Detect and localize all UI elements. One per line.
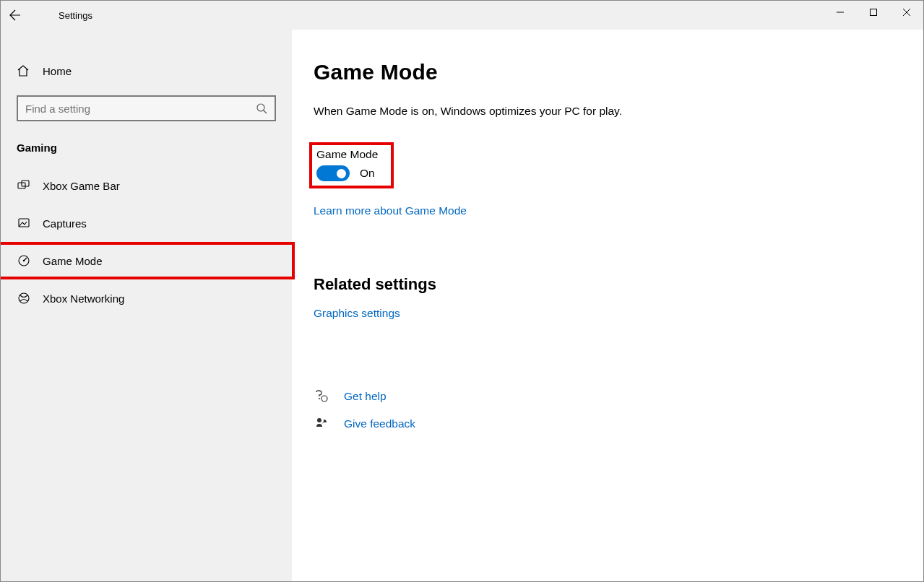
captures-icon bbox=[17, 217, 31, 230]
svg-point-6 bbox=[23, 260, 25, 261]
toggle-row: On bbox=[316, 165, 378, 181]
game-mode-toggle-block: Game Mode On bbox=[309, 142, 394, 188]
arrow-left-icon bbox=[9, 9, 21, 21]
window-controls bbox=[824, 1, 923, 24]
home-icon bbox=[17, 64, 31, 77]
sidebar-item-label: Captures bbox=[43, 217, 87, 230]
sidebar-home[interactable]: Home bbox=[1, 55, 292, 87]
minimize-icon bbox=[836, 8, 845, 17]
sidebar-item-label: Game Mode bbox=[43, 255, 103, 267]
sidebar-item-captures[interactable]: Captures bbox=[1, 204, 292, 242]
svg-point-1 bbox=[257, 104, 264, 111]
learn-more-link[interactable]: Learn more about Game Mode bbox=[314, 204, 467, 217]
search-box[interactable] bbox=[17, 95, 276, 121]
sidebar: Home Gaming Xbox Game Bar Captures bbox=[1, 30, 292, 581]
toggle-label: Game Mode bbox=[316, 148, 378, 161]
speedometer-icon bbox=[17, 254, 31, 267]
get-help-link[interactable]: Get help bbox=[344, 390, 387, 403]
sidebar-item-label: Xbox Networking bbox=[43, 292, 124, 305]
window-title: Settings bbox=[59, 10, 92, 21]
sidebar-item-game-mode[interactable]: Game Mode bbox=[1, 242, 295, 279]
maximize-button[interactable] bbox=[857, 1, 890, 24]
svg-rect-0 bbox=[871, 9, 877, 16]
related-settings-title: Related settings bbox=[314, 275, 923, 294]
help-icon bbox=[314, 389, 329, 404]
svg-point-10 bbox=[317, 418, 321, 422]
toggle-knob bbox=[337, 169, 346, 178]
xbox-icon bbox=[17, 292, 31, 305]
search-input[interactable] bbox=[18, 103, 249, 115]
search-icon bbox=[249, 103, 275, 114]
feedback-icon bbox=[314, 417, 329, 431]
svg-point-9 bbox=[321, 396, 327, 401]
page-title: Game Mode bbox=[314, 60, 923, 84]
back-button[interactable] bbox=[1, 1, 30, 30]
get-help-row: Get help bbox=[314, 389, 923, 404]
sidebar-item-xbox-game-bar[interactable]: Xbox Game Bar bbox=[1, 167, 292, 204]
close-button[interactable] bbox=[890, 1, 923, 24]
svg-point-7 bbox=[19, 293, 29, 303]
maximize-icon bbox=[869, 8, 878, 17]
toggle-state: On bbox=[360, 167, 375, 180]
svg-point-8 bbox=[319, 398, 320, 399]
sidebar-item-label: Xbox Game Bar bbox=[43, 180, 120, 192]
give-feedback-link[interactable]: Give feedback bbox=[344, 417, 415, 430]
main-panel: Game Mode When Game Mode is on, Windows … bbox=[292, 30, 923, 581]
minimize-button[interactable] bbox=[824, 1, 857, 24]
page-description: When Game Mode is on, Windows optimizes … bbox=[314, 105, 923, 118]
sidebar-item-xbox-networking[interactable]: Xbox Networking bbox=[1, 279, 292, 317]
svg-rect-4 bbox=[19, 219, 29, 227]
game-mode-toggle[interactable] bbox=[316, 165, 350, 181]
game-bar-icon bbox=[17, 179, 31, 192]
content: Home Gaming Xbox Game Bar Captures bbox=[1, 30, 923, 581]
titlebar: Settings bbox=[1, 1, 923, 30]
graphics-settings-link[interactable]: Graphics settings bbox=[314, 307, 400, 320]
close-icon bbox=[902, 8, 911, 17]
sidebar-category: Gaming bbox=[1, 121, 292, 167]
give-feedback-row: Give feedback bbox=[314, 417, 923, 431]
search-container bbox=[1, 87, 292, 121]
sidebar-home-label: Home bbox=[43, 65, 72, 77]
